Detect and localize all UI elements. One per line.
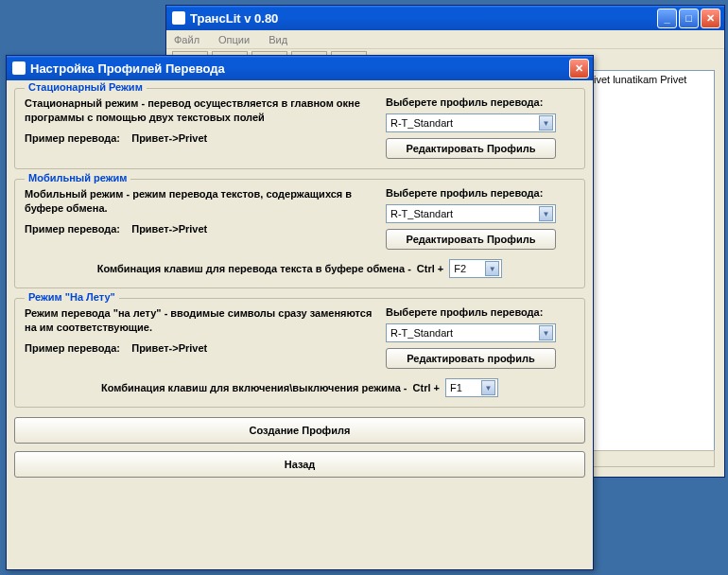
- mobile-example-value: Привет->Privet: [131, 223, 207, 235]
- onfly-profile-select[interactable]: R-T_Standart ▼: [386, 323, 556, 342]
- main-titlebar: ТрансLit v 0.80 _ □ ✕: [166, 6, 724, 30]
- onfly-example-label: Пример перевода:: [25, 342, 120, 354]
- dialog-close-button[interactable]: ✕: [569, 59, 589, 78]
- dialog-icon: [12, 61, 26, 75]
- onfly-edit-button[interactable]: Редактировать профиль: [386, 348, 556, 369]
- profiles-dialog: Настройка Профилей Перевода ✕ Стационарн…: [6, 55, 594, 570]
- chevron-down-icon: ▼: [485, 261, 499, 276]
- menu-options[interactable]: Опции: [215, 32, 253, 47]
- mobile-hotkey-value: F2: [454, 263, 466, 274]
- onfly-hotkey-value: F1: [450, 382, 462, 393]
- onfly-hotkey-select[interactable]: F1 ▼: [445, 378, 498, 397]
- stationary-edit-button[interactable]: Редактировать Профиль: [386, 138, 556, 159]
- menu-file[interactable]: Файл: [170, 32, 203, 47]
- onfly-profile-value: R-T_Standart: [390, 327, 453, 339]
- onfly-example-value: Привет->Privet: [131, 342, 207, 354]
- main-title: ТрансLit v 0.80: [190, 11, 657, 26]
- mobile-example-label: Пример перевода:: [25, 223, 120, 235]
- mobile-profile-select[interactable]: R-T_Standart ▼: [386, 204, 556, 223]
- menu-view[interactable]: Вид: [265, 32, 291, 47]
- create-profile-button[interactable]: Создание Профиля: [14, 417, 585, 444]
- chevron-down-icon: ▼: [539, 325, 553, 340]
- mobile-desc: Мобильный режим - режим перевода текстов…: [25, 187, 374, 216]
- dialog-title: Настройка Профилей Перевода: [30, 61, 569, 76]
- stationary-example-label: Пример перевода:: [25, 132, 120, 144]
- app-icon: [172, 11, 185, 25]
- onfly-desc: Режим перевода "на лету" - вводимые симв…: [25, 306, 374, 335]
- chevron-down-icon: ▼: [539, 206, 553, 221]
- group-stationary: Стационарный Режим Стационарный режим - …: [14, 88, 585, 169]
- group-title-stationary: Стационарный Режим: [25, 81, 147, 93]
- menubar: Файл Опции Вид: [166, 30, 724, 49]
- stationary-profile-value: R-T_Standart: [390, 117, 453, 129]
- stationary-select-label: Выберете профиль перевода:: [386, 96, 575, 108]
- chevron-down-icon: ▼: [539, 115, 553, 131]
- back-button[interactable]: Назад: [14, 451, 585, 478]
- group-title-onfly: Режим "На Лету": [25, 291, 119, 303]
- minimize-button[interactable]: _: [657, 9, 677, 28]
- mobile-select-label: Выберете профиль перевода:: [386, 187, 575, 199]
- maximize-button[interactable]: □: [679, 9, 699, 28]
- mobile-hotkey-select[interactable]: F2 ▼: [449, 259, 502, 278]
- dialog-titlebar: Настройка Профилей Перевода ✕: [7, 56, 593, 80]
- close-button[interactable]: ✕: [701, 9, 720, 28]
- mobile-hotkey-label: Комбинация клавиш для перевода текста в …: [97, 263, 411, 274]
- onfly-hotkey-label: Комбинация клавиш для включения\выключен…: [101, 382, 407, 393]
- stationary-example-value: Привет->Privet: [131, 132, 207, 144]
- group-title-mobile: Мобильный режим: [25, 172, 130, 183]
- mobile-profile-value: R-T_Standart: [390, 208, 453, 219]
- stationary-profile-select[interactable]: R-T_Standart ▼: [386, 113, 556, 132]
- group-onfly: Режим "На Лету" Режим перевода "на лету"…: [14, 298, 585, 408]
- chevron-down-icon: ▼: [481, 380, 495, 395]
- mobile-hotkey-prefix: Ctrl +: [417, 263, 443, 274]
- onfly-hotkey-prefix: Ctrl +: [413, 382, 440, 393]
- stationary-desc: Стационарный режим - перевод осуществляе…: [25, 96, 374, 125]
- mobile-edit-button[interactable]: Редактировать Профиль: [386, 229, 556, 250]
- onfly-select-label: Выберете профиль перевода:: [386, 306, 575, 318]
- group-mobile: Мобильный режим Мобильный режим - режим …: [14, 179, 585, 288]
